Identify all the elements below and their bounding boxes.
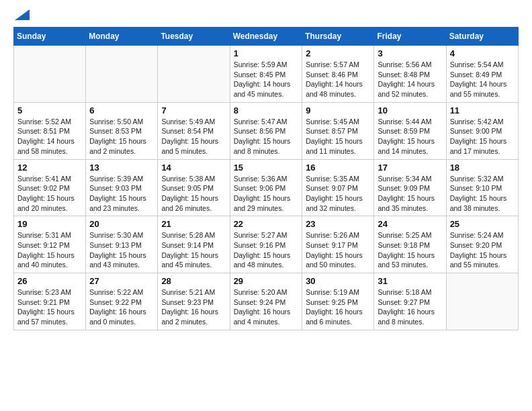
calendar-cell: 17Sunrise: 5:34 AMSunset: 9:09 PMDayligh… [374,159,446,216]
logo [13,13,30,20]
calendar-cell: 12Sunrise: 5:41 AMSunset: 9:02 PMDayligh… [14,159,86,216]
weekday-header-row: SundayMondayTuesdayWednesdayThursdayFrid… [14,28,519,46]
calendar-cell: 7Sunrise: 5:49 AMSunset: 8:54 PMDaylight… [158,102,230,159]
calendar-table: SundayMondayTuesdayWednesdayThursdayFrid… [13,27,519,330]
day-number: 15 [234,163,299,173]
week-row-5: 26Sunrise: 5:23 AMSunset: 9:21 PMDayligh… [14,273,519,330]
weekday-header-friday: Friday [374,28,446,46]
day-number: 23 [306,219,370,229]
day-number: 21 [161,219,226,229]
calendar-cell: 6Sunrise: 5:50 AMSunset: 8:53 PMDaylight… [86,102,158,159]
day-number: 18 [450,163,515,173]
day-info: Sunrise: 5:45 AMSunset: 8:57 PMDaylight:… [306,117,370,156]
day-info: Sunrise: 5:38 AMSunset: 9:05 PMDaylight:… [161,174,226,214]
calendar-cell: 13Sunrise: 5:39 AMSunset: 9:03 PMDayligh… [86,159,158,216]
calendar-cell: 15Sunrise: 5:36 AMSunset: 9:06 PMDayligh… [230,159,302,216]
day-number: 29 [234,276,299,286]
day-info: Sunrise: 5:19 AMSunset: 9:25 PMDaylight:… [306,287,370,327]
calendar-cell: 21Sunrise: 5:28 AMSunset: 9:14 PMDayligh… [158,216,230,273]
day-info: Sunrise: 5:34 AMSunset: 9:09 PMDaylight:… [378,174,442,214]
calendar-cell: 11Sunrise: 5:42 AMSunset: 9:00 PMDayligh… [446,102,518,159]
day-number: 3 [378,48,442,58]
calendar-cell: 3Sunrise: 5:56 AMSunset: 8:48 PMDaylight… [374,46,446,103]
calendar-cell: 27Sunrise: 5:22 AMSunset: 9:22 PMDayligh… [86,273,158,330]
week-row-1: 1Sunrise: 5:59 AMSunset: 8:45 PMDaylight… [14,46,519,103]
day-number: 16 [306,163,370,173]
calendar-cell: 14Sunrise: 5:38 AMSunset: 9:05 PMDayligh… [158,159,230,216]
logo-icon [15,9,30,20]
day-info: Sunrise: 5:56 AMSunset: 8:48 PMDaylight:… [378,60,442,99]
day-info: Sunrise: 5:30 AMSunset: 9:13 PMDaylight:… [89,230,154,270]
calendar-cell: 16Sunrise: 5:35 AMSunset: 9:07 PMDayligh… [302,159,374,216]
calendar-cell: 22Sunrise: 5:27 AMSunset: 9:16 PMDayligh… [230,216,302,273]
day-info: Sunrise: 5:52 AMSunset: 8:51 PMDaylight:… [17,117,82,156]
calendar-cell: 28Sunrise: 5:21 AMSunset: 9:23 PMDayligh… [158,273,230,330]
week-row-2: 5Sunrise: 5:52 AMSunset: 8:51 PMDaylight… [14,102,519,159]
day-info: Sunrise: 5:23 AMSunset: 9:21 PMDaylight:… [17,287,82,327]
day-number: 11 [450,105,515,116]
day-info: Sunrise: 5:42 AMSunset: 9:00 PMDaylight:… [450,117,515,156]
calendar-cell: 20Sunrise: 5:30 AMSunset: 9:13 PMDayligh… [86,216,158,273]
day-number: 14 [161,163,226,173]
day-number: 31 [378,276,442,286]
calendar-cell: 18Sunrise: 5:32 AMSunset: 9:10 PMDayligh… [446,159,518,216]
calendar-cell [158,46,230,103]
day-number: 7 [161,105,226,116]
calendar-cell: 5Sunrise: 5:52 AMSunset: 8:51 PMDaylight… [14,102,86,159]
day-number: 30 [306,276,370,286]
calendar-cell: 4Sunrise: 5:54 AMSunset: 8:49 PMDaylight… [446,46,518,103]
page-header [13,13,519,20]
day-number: 2 [306,48,370,58]
day-info: Sunrise: 5:24 AMSunset: 9:20 PMDaylight:… [450,230,515,270]
calendar-cell: 23Sunrise: 5:26 AMSunset: 9:17 PMDayligh… [302,216,374,273]
day-info: Sunrise: 5:20 AMSunset: 9:24 PMDaylight:… [234,287,299,327]
week-row-4: 19Sunrise: 5:31 AMSunset: 9:12 PMDayligh… [14,216,519,273]
day-info: Sunrise: 5:44 AMSunset: 8:59 PMDaylight:… [378,117,442,156]
day-number: 6 [89,105,154,116]
day-info: Sunrise: 5:54 AMSunset: 8:49 PMDaylight:… [450,60,515,99]
calendar-cell: 1Sunrise: 5:59 AMSunset: 8:45 PMDaylight… [230,46,302,103]
day-info: Sunrise: 5:57 AMSunset: 8:46 PMDaylight:… [306,60,370,99]
calendar-cell: 29Sunrise: 5:20 AMSunset: 9:24 PMDayligh… [230,273,302,330]
calendar-cell: 26Sunrise: 5:23 AMSunset: 9:21 PMDayligh… [14,273,86,330]
day-number: 8 [234,105,299,116]
day-info: Sunrise: 5:32 AMSunset: 9:10 PMDaylight:… [450,174,515,214]
day-number: 13 [89,163,154,173]
day-number: 24 [378,219,442,229]
day-info: Sunrise: 5:22 AMSunset: 9:22 PMDaylight:… [89,287,154,327]
day-number: 25 [450,219,515,229]
day-info: Sunrise: 5:31 AMSunset: 9:12 PMDaylight:… [17,230,82,270]
day-info: Sunrise: 5:36 AMSunset: 9:06 PMDaylight:… [234,174,299,214]
day-info: Sunrise: 5:41 AMSunset: 9:02 PMDaylight:… [17,174,82,214]
day-info: Sunrise: 5:28 AMSunset: 9:14 PMDaylight:… [161,230,226,270]
calendar-cell [14,46,86,103]
day-number: 27 [89,276,154,286]
day-info: Sunrise: 5:59 AMSunset: 8:45 PMDaylight:… [234,60,299,99]
day-info: Sunrise: 5:25 AMSunset: 9:18 PMDaylight:… [378,230,442,270]
day-info: Sunrise: 5:21 AMSunset: 9:23 PMDaylight:… [161,287,226,327]
day-info: Sunrise: 5:49 AMSunset: 8:54 PMDaylight:… [161,117,226,156]
day-number: 19 [17,219,82,229]
weekday-header-monday: Monday [86,28,158,46]
calendar-cell [86,46,158,103]
day-info: Sunrise: 5:26 AMSunset: 9:17 PMDaylight:… [306,230,370,270]
calendar-cell: 31Sunrise: 5:18 AMSunset: 9:27 PMDayligh… [374,273,446,330]
weekday-header-wednesday: Wednesday [230,28,302,46]
week-row-3: 12Sunrise: 5:41 AMSunset: 9:02 PMDayligh… [14,159,519,216]
day-info: Sunrise: 5:39 AMSunset: 9:03 PMDaylight:… [89,174,154,214]
day-number: 4 [450,48,515,58]
day-info: Sunrise: 5:27 AMSunset: 9:16 PMDaylight:… [234,230,299,270]
day-number: 28 [161,276,226,286]
calendar-cell: 8Sunrise: 5:47 AMSunset: 8:56 PMDaylight… [230,102,302,159]
weekday-header-tuesday: Tuesday [158,28,230,46]
calendar-cell: 9Sunrise: 5:45 AMSunset: 8:57 PMDaylight… [302,102,374,159]
calendar-cell: 25Sunrise: 5:24 AMSunset: 9:20 PMDayligh… [446,216,518,273]
day-number: 26 [17,276,82,286]
day-info: Sunrise: 5:47 AMSunset: 8:56 PMDaylight:… [234,117,299,156]
calendar-cell: 2Sunrise: 5:57 AMSunset: 8:46 PMDaylight… [302,46,374,103]
calendar-cell: 19Sunrise: 5:31 AMSunset: 9:12 PMDayligh… [14,216,86,273]
calendar-cell: 30Sunrise: 5:19 AMSunset: 9:25 PMDayligh… [302,273,374,330]
calendar-cell: 24Sunrise: 5:25 AMSunset: 9:18 PMDayligh… [374,216,446,273]
day-number: 1 [234,48,299,58]
weekday-header-thursday: Thursday [302,28,374,46]
